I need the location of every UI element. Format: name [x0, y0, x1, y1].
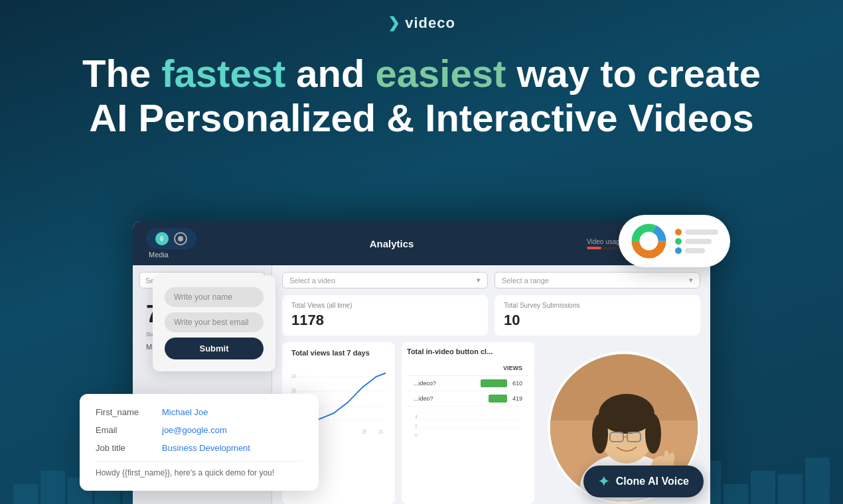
pie-dot-blue: [675, 247, 682, 254]
pie-line: [685, 229, 718, 235]
hero-line1-mid: and: [285, 52, 375, 95]
personalization-message: Howdy {{first_name}}, here's a quick dem…: [96, 461, 303, 477]
hero-accent-easiest: easiest: [376, 52, 506, 95]
personalization-card: First_name Michael Joe Email joe@google.…: [80, 394, 319, 491]
hero-line2: AI Personalized & Interactive Videos: [89, 96, 753, 139]
control-pill[interactable]: 🎙: [146, 228, 196, 249]
svg-text:4: 4: [415, 414, 418, 419]
hero-accent-fastest: fastest: [161, 52, 285, 95]
survey-value: 10: [504, 312, 691, 329]
logo-icon: ❯: [388, 15, 400, 32]
hero-line1-plain: The: [82, 52, 161, 95]
button-clicks-chart-area: 4 2 0: [407, 412, 529, 446]
pie-widget: [619, 215, 730, 267]
table-card: Total in-video button cl... VIEWS ...ide…: [402, 342, 534, 504]
pie-legend-item: [675, 247, 718, 254]
email-field[interactable]: Write your best email: [165, 312, 264, 332]
form-overlay: Write your name Write your best email Su…: [153, 275, 275, 371]
svg-text:24: 24: [291, 373, 295, 380]
wave-bar: [805, 458, 830, 504]
table-row: ...ideo? 419: [407, 391, 529, 407]
email-label: Email: [96, 425, 149, 435]
wave-bar: [40, 471, 65, 504]
svg-text:24: 24: [378, 428, 382, 435]
pie-line: [685, 248, 705, 253]
pie-legend-item: [675, 229, 718, 235]
media-controls: 🎙: [146, 228, 196, 249]
chart-7days-title: Total views last 7 days: [291, 349, 386, 357]
pie-dot-orange: [675, 229, 682, 235]
first-name-row: First_name Michael Joe: [96, 407, 303, 417]
pie-legend-item: [675, 238, 718, 245]
pie-line: [685, 239, 712, 244]
analytics-title: Analytics: [196, 238, 587, 249]
views-bar-small: [489, 395, 507, 403]
survey-label: Total Survey Submissions: [504, 302, 691, 309]
total-views-value: 1178: [291, 312, 479, 329]
wave-bar: [724, 484, 748, 504]
hero-line1-end: way to create: [506, 52, 761, 95]
clone-btn-label: Clone AI Voice: [616, 475, 689, 487]
mockup-container: 🎙 Media Analytics Video usage: 18/50: [133, 221, 710, 504]
main-selects: Select a video ▾ Select a range ▾: [282, 272, 700, 288]
job-title-label: Job title: [96, 443, 149, 453]
wave-bar: [13, 484, 38, 504]
button-clicks-title: Total in-video button cl...: [407, 347, 529, 355]
email-value: joe@google.com: [162, 425, 227, 435]
media-label: Media: [146, 251, 196, 259]
clone-ai-voice-button[interactable]: ✦ Clone AI Voice: [583, 466, 704, 497]
record-dot: [178, 236, 183, 241]
svg-text:0: 0: [415, 433, 418, 438]
total-views-label: Total Views (all time): [291, 302, 479, 309]
name-field[interactable]: Write your name: [165, 287, 264, 307]
mic-icon: 🎙: [155, 232, 169, 245]
bar-chart-svg: 4 2 0: [407, 412, 529, 445]
views-bar-large: [481, 379, 507, 387]
logo-text: videco: [405, 15, 455, 32]
pie-chart-svg: [631, 223, 667, 259]
survey-submissions-card: Total Survey Submissions 10: [495, 295, 700, 336]
svg-text:18: 18: [291, 387, 295, 395]
sparkle-icon: ✦: [598, 473, 609, 489]
table-row: ...ideco? 610: [407, 376, 529, 391]
header: ❯ videco: [0, 0, 843, 32]
job-title-row: Job title Business Development: [96, 443, 303, 453]
media-section: 🎙 Media: [146, 228, 196, 259]
video-usage-fill: [587, 247, 601, 249]
first-name-value: Michael Joe: [162, 407, 208, 417]
pie-legend: [675, 229, 718, 254]
svg-point-3: [641, 233, 657, 249]
wave-bar: [751, 471, 775, 504]
wave-bar: [778, 474, 803, 504]
video-select[interactable]: Select a video ▾: [282, 272, 488, 288]
table-header: VIEWS: [407, 361, 529, 376]
svg-point-27: [645, 414, 661, 454]
svg-point-26: [592, 414, 608, 454]
stats-row: Total Views (all time) 1178 Total Survey…: [282, 295, 700, 336]
logo: ❯ videco: [388, 15, 455, 32]
svg-text:25: 25: [362, 428, 366, 435]
email-row: Email joe@google.com: [96, 425, 303, 435]
range-select[interactable]: Select a range ▾: [495, 272, 700, 288]
views-column-header: VIEWS: [486, 365, 522, 371]
record-icon: [174, 232, 187, 245]
submit-button[interactable]: Submit: [165, 338, 264, 359]
hero-section: The fastest and easiest way to create AI…: [0, 32, 843, 153]
total-views-card: Total Views (all time) 1178: [282, 295, 488, 336]
job-title-value: Business Development: [162, 443, 250, 453]
svg-text:2: 2: [415, 424, 418, 428]
hero-title: The fastest and easiest way to create AI…: [40, 52, 803, 140]
pie-dot-green: [675, 238, 682, 245]
first-name-label: First_name: [96, 407, 149, 417]
